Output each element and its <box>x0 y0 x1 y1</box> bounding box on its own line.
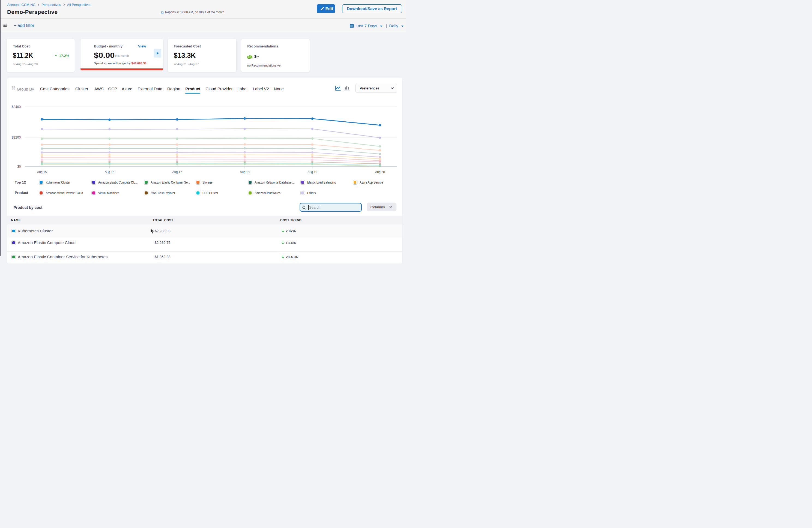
svg-text:Aug 19: Aug 19 <box>307 170 317 174</box>
svg-text:Aug 20: Aug 20 <box>375 170 385 174</box>
svg-text:Aug 18: Aug 18 <box>240 170 249 174</box>
svg-text:$1200: $1200 <box>12 135 20 140</box>
svg-text:Aug 16: Aug 16 <box>104 170 114 174</box>
svg-text:$2400: $2400 <box>12 104 20 108</box>
svg-text:Aug 17: Aug 17 <box>172 170 182 174</box>
svg-text:Aug 15: Aug 15 <box>37 170 46 174</box>
svg-text:$0: $0 <box>17 164 21 168</box>
